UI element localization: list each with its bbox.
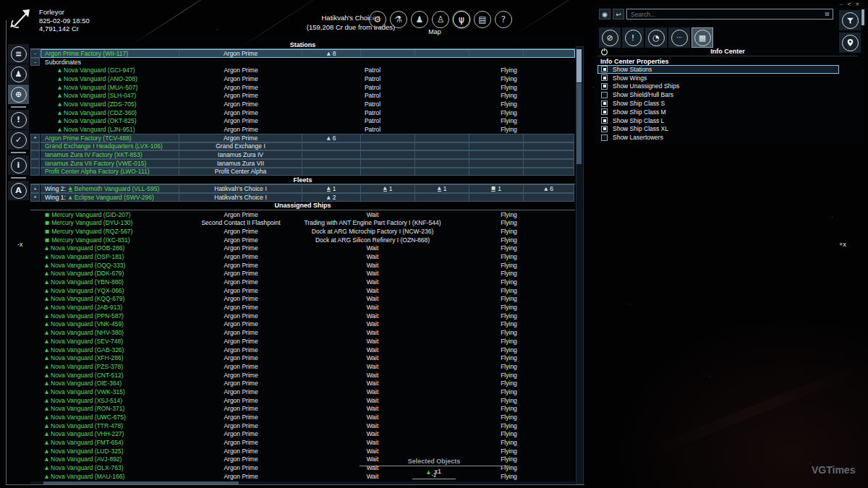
expand-toggle[interactable]: - <box>30 49 40 58</box>
checkbox-row[interactable]: Show Ship Class L <box>597 116 839 125</box>
map-menu-button[interactable]: ψ <box>453 11 470 28</box>
fleet-row[interactable]: +Wing 2:▲Behemoth Vanguard (VLL-595)Hati… <box>30 184 575 193</box>
expand-toggle[interactable] <box>30 150 40 159</box>
ship-row[interactable]: ▲Nova Vanguard (CDZ-360)Argon PrimePatro… <box>30 108 575 117</box>
ship-row[interactable]: ▲Nova Vanguard (FMT-654)Argon PrimeWaitF… <box>30 438 575 447</box>
filter-button[interactable] <box>839 10 861 30</box>
ship-row[interactable]: ▲Nova Vanguard (TTR-478)Argon PrimeWaitF… <box>30 421 575 430</box>
sidebar-tab-plot-management[interactable]: A <box>8 181 29 200</box>
expand-toggle[interactable]: + <box>30 193 40 202</box>
search-input[interactable] <box>626 9 833 20</box>
checkbox[interactable] <box>601 92 608 98</box>
expand-toggle[interactable] <box>30 168 40 176</box>
ship-row[interactable]: ▲Nova Vanguard (GAB-326)Argon PrimeWaitF… <box>30 346 575 354</box>
ship-row[interactable]: ▲Nova Vanguard (ANO-208)Argon PrimePatro… <box>30 74 575 83</box>
gear-menu-button[interactable]: ⚙ <box>369 11 386 28</box>
checkbox[interactable] <box>601 108 608 115</box>
ship-row[interactable]: ▲Nova Vanguard (XSJ-514)Argon PrimeWaitF… <box>30 396 575 405</box>
station-row[interactable]: Ianamus Zura IV Factory (XKT-853)Ianamus… <box>30 150 575 159</box>
search-clear-icon[interactable]: ⊠ <box>825 11 830 17</box>
checkbox-row[interactable]: Show Ship Class M <box>597 108 839 116</box>
ship-row[interactable]: ▲Nova Vanguard (YBN-880)Argon PrimeWaitF… <box>30 278 575 286</box>
checkbox[interactable] <box>601 74 608 81</box>
sidebar-tab-information[interactable]: i <box>8 155 29 175</box>
expand-toggle[interactable]: + <box>30 134 40 142</box>
ship-row[interactable]: ▲Nova Vanguard (UWC-675)Argon PrimeWaitF… <box>30 413 575 421</box>
help-menu-button[interactable]: ? <box>495 11 512 28</box>
encyclopedia-menu-button[interactable]: ▤ <box>474 11 491 28</box>
fleet-row[interactable]: +Wing 1:▲Eclipse Vanguard (SWV-296)Hatik… <box>30 193 575 202</box>
checkbox[interactable] <box>601 83 608 90</box>
ship-row[interactable]: ▲Nova Vanguard (OKT-825)Argon PrimePatro… <box>30 117 575 126</box>
ship-row[interactable]: ▲Nova Vanguard (OOB-286)Argon PrimeWaitF… <box>30 244 575 252</box>
ship-row[interactable]: ▲Nova Vanguard (VNK-459)Argon PrimeWaitF… <box>30 320 575 329</box>
checkbox-row[interactable]: Show Stations <box>597 65 839 74</box>
checkbox-row[interactable]: Show Ship Class XL <box>597 125 839 134</box>
ship-row[interactable]: ▲Nova Vanguard (VHH-227)Argon PrimeWaitF… <box>30 430 575 439</box>
no-entry-button[interactable]: ⊘ <box>599 27 621 48</box>
checkbox-row[interactable]: Show Unassigned Ships <box>597 82 839 91</box>
ship-row[interactable]: ■Mercury Vanguard (RQZ-567)Argon PrimeDo… <box>30 227 575 236</box>
station-row[interactable]: -Argon Prime Factory (WII-117)Argon Prim… <box>30 49 575 58</box>
expand-toggle[interactable]: - <box>30 58 40 67</box>
ship-row[interactable]: ▲Nova Vanguard (SLH-047)Argon PrimePatro… <box>30 91 575 100</box>
checkbox[interactable] <box>601 100 608 107</box>
ship-row[interactable]: ▲Nova Vanguard (LJN-951)Argon PrimePatro… <box>30 125 575 134</box>
vertical-scrollbar-segment[interactable] <box>576 83 582 164</box>
ship-row[interactable]: ▲Nova Vanguard (ZDS-705)Argon PrimePatro… <box>30 100 575 108</box>
undo-button[interactable]: ↩ <box>613 9 624 20</box>
sidebar-tab-property-owned[interactable]: ♟ <box>8 64 29 84</box>
ship-row[interactable]: ■Mercury Vanguard (GID-207)Argon PrimeWa… <box>30 210 575 219</box>
checkbox[interactable] <box>601 117 608 124</box>
station-row[interactable]: Grand Exchange I Headquarters (LVX-106)G… <box>30 142 575 151</box>
ship-row[interactable]: ▲Nova Vanguard (PZS-378)Argon PrimeWaitF… <box>30 362 575 371</box>
ship-row[interactable]: ▲Nova Vanguard (OSP-181)Argon PrimeWaitF… <box>30 252 575 261</box>
activity-button[interactable]: ◔ <box>645 27 667 48</box>
checkbox[interactable] <box>601 134 608 141</box>
crew-menu-button[interactable]: ♟ <box>411 11 428 28</box>
ship-row[interactable]: ▲Nova Vanguard (NHV-380)Argon PrimeWaitF… <box>30 328 575 337</box>
ship-row[interactable]: ▲Nova Vanguard (LUD-325)Argon PrimeWaitF… <box>30 447 575 455</box>
sidebar-tab-info-center[interactable]: ⊕ <box>8 85 29 104</box>
ship-row[interactable]: ▲Nova Vanguard (JAB-913)Argon PrimeWaitF… <box>30 303 575 312</box>
ship-row[interactable]: ▲Nova Vanguard (GCI-947)Argon PrimePatro… <box>30 66 575 74</box>
sidebar-tab-object-list[interactable]: ≡ <box>8 44 29 64</box>
group-row[interactable]: -Subordinates <box>30 58 575 67</box>
expand-toggle[interactable] <box>30 142 40 151</box>
alert-button[interactable]: ! <box>622 27 644 48</box>
research-menu-button[interactable]: ⚗ <box>390 11 407 28</box>
ship-row[interactable]: ▲Nova Vanguard (OIE-384)Argon PrimeWaitF… <box>30 379 575 388</box>
ship-row[interactable]: ▲Nova Vanguard (CNT-512)Argon PrimeWaitF… <box>30 371 575 380</box>
horizontal-scrollbar-thumb[interactable] <box>43 481 239 484</box>
ship-row[interactable]: ▲Nova Vanguard (OQQ-333)Argon PrimeWaitF… <box>30 261 575 270</box>
ship-row[interactable]: ▲Nova Vanguard (SEV-748)Argon PrimeWaitF… <box>30 337 575 346</box>
vertical-scrollbar-thumb[interactable] <box>576 49 582 82</box>
ship-row[interactable]: ▲Nova Vanguard (MUA-507)Argon PrimePatro… <box>30 83 575 92</box>
crate-button[interactable]: ▦ <box>692 27 713 48</box>
expand-toggle[interactable] <box>30 159 40 168</box>
ship-row[interactable]: ▲Nova Vanguard (RON-371)Argon PrimeWaitF… <box>30 405 575 414</box>
sidebar-tab-missions[interactable]: ✓ <box>8 130 29 150</box>
ship-row[interactable]: ▲Nova Vanguard (VWK-315)Argon PrimeWaitF… <box>30 388 575 396</box>
ship-row[interactable]: ▲Nova Vanguard (DDK-679)Argon PrimeWaitF… <box>30 270 575 278</box>
station-row[interactable]: +Argon Prime Factory (TCV-488)Argon Prim… <box>30 134 575 142</box>
more-button[interactable]: ··· <box>668 27 690 48</box>
panel-scrollbar-thumb[interactable] <box>861 9 864 25</box>
station-row[interactable]: Ianamus Zura VII Factory (VWE-015)Ianamu… <box>30 159 575 168</box>
checkbox-row[interactable]: Show Ship Class S <box>597 99 839 108</box>
ship-row[interactable]: ■Mercury Vanguard (DYU-130)Second Contac… <box>30 218 575 227</box>
ship-row[interactable]: ▲Nova Vanguard (KQQ-679)Argon PrimeWaitF… <box>30 295 575 304</box>
ship-row[interactable]: ▲Nova Vanguard (YQX-066)Argon PrimeWaitF… <box>30 286 575 295</box>
globe-button[interactable]: ◉ <box>599 9 610 20</box>
ship-row[interactable]: ▲Nova Vanguard (XFH-286)Argon PrimeWaitF… <box>30 354 575 362</box>
checkbox-row[interactable]: Show Wings <box>597 74 839 82</box>
ship-row[interactable]: ■Mercury Vanguard (IXC-831)Argon PrimeDo… <box>30 236 575 244</box>
checkbox-row[interactable]: Show Lasertowers <box>597 133 839 142</box>
sidebar-tab-alerts[interactable]: ! <box>8 110 29 129</box>
expand-toggle[interactable]: + <box>30 184 40 193</box>
presentation-menu-button[interactable]: ♙ <box>432 11 449 28</box>
checkbox-row[interactable]: Show Shield/Hull Bars <box>597 90 839 99</box>
ship-row[interactable]: ▲Nova Vanguard (PPN-587)Argon PrimeWaitF… <box>30 312 575 320</box>
station-row[interactable]: Profit Center Alpha Factory (LWO-111)Pro… <box>30 168 575 176</box>
checkbox[interactable] <box>601 66 608 72</box>
